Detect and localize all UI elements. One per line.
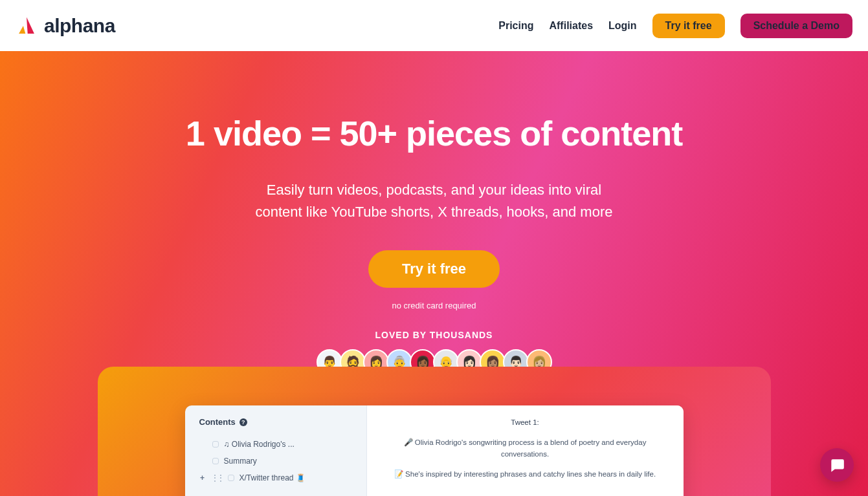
preview-sidebar-title-text: Contents — [199, 417, 236, 427]
site-header: alphana Pricing Affiliates Login Try it … — [0, 0, 868, 51]
hero-cta-button[interactable]: Try it free — [368, 250, 500, 288]
preview-sidebar-item[interactable]: + ⋮⋮ X/Twitter thread 🧵 — [199, 469, 352, 486]
preview-sidebar-item[interactable]: Summary — [199, 453, 352, 469]
checkbox-icon — [228, 475, 234, 481]
preview-sidebar-title: Contents ? — [199, 417, 352, 427]
hero-note: no credit card required — [0, 301, 868, 310]
hero-subtitle: Easily turn videos, podcasts, and your i… — [0, 179, 868, 223]
hero-subtitle-line2: content like YouTube shorts, X threads, … — [0, 201, 868, 223]
app-preview-inner: Contents ? ♫ Olivia Rodrigo's ... Summar… — [185, 405, 684, 496]
logo-mark-icon — [16, 15, 38, 37]
checkbox-icon — [212, 458, 219, 464]
preview-content: Tweet 1: 🎤 Olivia Rodrigo's songwriting … — [366, 405, 684, 496]
checkbox-icon — [212, 441, 219, 447]
preview-item1-label: ♫ Olivia Rodrigo's ... — [224, 440, 295, 449]
plus-icon: + — [199, 473, 206, 482]
help-icon: ? — [239, 418, 247, 426]
primary-nav: Pricing Affiliates Login Try it free Sch… — [498, 14, 852, 38]
schedule-demo-button[interactable]: Schedule a Demo — [740, 14, 852, 38]
tweet-line: 📝 She's inspired by interesting phrases … — [381, 469, 669, 480]
nav-login[interactable]: Login — [608, 20, 637, 32]
preview-item3-label: X/Twitter thread 🧵 — [239, 473, 306, 482]
preview-sidebar: Contents ? ♫ Olivia Rodrigo's ... Summar… — [185, 405, 366, 496]
chat-launcher-button[interactable] — [820, 448, 854, 482]
hero-subtitle-line1: Easily turn videos, podcasts, and your i… — [0, 179, 868, 201]
hero-section: 1 video = 50+ pieces of content Easily t… — [0, 51, 868, 496]
loved-by-label: LOVED BY THOUSANDS — [0, 330, 868, 340]
nav-pricing[interactable]: Pricing — [498, 20, 533, 32]
drag-handle-icon: ⋮⋮ — [211, 473, 223, 482]
app-preview-card: Contents ? ♫ Olivia Rodrigo's ... Summar… — [98, 367, 771, 496]
tweet-line: 🎤 Olivia Rodrigo's songwriting process i… — [381, 437, 669, 460]
logo-text: alphana — [44, 15, 115, 37]
preview-item2-label: Summary — [224, 457, 257, 466]
preview-sidebar-item[interactable]: ♫ Olivia Rodrigo's ... — [199, 436, 352, 453]
hero-headline: 1 video = 50+ pieces of content — [0, 113, 868, 153]
tweet-heading: Tweet 1: — [381, 417, 669, 428]
chat-icon — [829, 457, 845, 473]
logo[interactable]: alphana — [16, 15, 115, 37]
try-free-button[interactable]: Try it free — [652, 14, 725, 38]
nav-affiliates[interactable]: Affiliates — [549, 20, 593, 32]
